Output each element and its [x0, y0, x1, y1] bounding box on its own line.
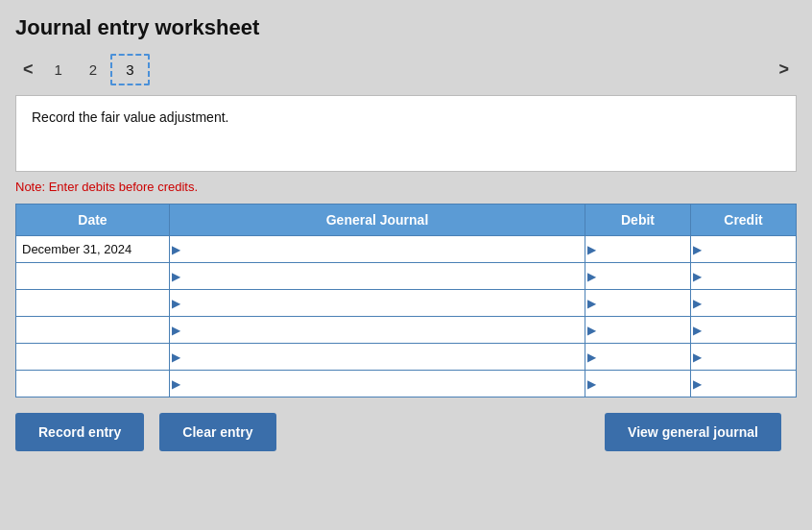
- cell-debit-2[interactable]: ▶: [585, 290, 691, 317]
- journal-table: Date General Journal Debit Credit Decemb…: [15, 204, 797, 398]
- input-credit-5[interactable]: [704, 371, 796, 397]
- cell-date-0: December 31, 2024: [16, 236, 170, 263]
- input-debit-3[interactable]: [598, 317, 690, 343]
- table-row: December 31, 2024▶▶▶: [16, 236, 797, 263]
- cell-date-5: [16, 371, 170, 398]
- cell-date-3: [16, 317, 170, 344]
- cell-journal-0[interactable]: ▶: [170, 236, 585, 263]
- table-row: ▶▶▶: [16, 371, 797, 398]
- cell-date-4: [16, 344, 170, 371]
- input-debit-4[interactable]: [598, 344, 690, 370]
- input-credit-2[interactable]: [704, 290, 796, 316]
- input-credit-0[interactable]: [704, 236, 796, 262]
- table-row: ▶▶▶: [16, 290, 797, 317]
- input-debit-0[interactable]: [598, 236, 690, 262]
- input-journal-1[interactable]: [182, 263, 585, 289]
- instruction-box: Record the fair value adjustment.: [15, 95, 797, 172]
- table-row: ▶▶▶: [16, 344, 797, 371]
- input-debit-5[interactable]: [598, 371, 690, 397]
- cell-debit-0[interactable]: ▶: [585, 236, 691, 263]
- input-journal-0[interactable]: [182, 236, 585, 262]
- cell-credit-1[interactable]: ▶: [691, 263, 797, 290]
- tab-3[interactable]: 3: [110, 54, 149, 85]
- cell-date-1: [16, 263, 170, 290]
- next-arrow[interactable]: >: [771, 56, 797, 84]
- prev-arrow[interactable]: <: [15, 56, 41, 84]
- cell-date-2: [16, 290, 170, 317]
- cell-credit-0[interactable]: ▶: [691, 236, 797, 263]
- header-credit: Credit: [691, 205, 797, 236]
- cell-debit-4[interactable]: ▶: [585, 344, 691, 371]
- instruction-text: Record the fair value adjustment.: [32, 109, 228, 125]
- input-credit-1[interactable]: [704, 263, 796, 289]
- input-debit-2[interactable]: [598, 290, 690, 316]
- input-journal-5[interactable]: [182, 371, 585, 397]
- input-journal-4[interactable]: [182, 344, 585, 370]
- input-debit-1[interactable]: [598, 263, 690, 289]
- cell-debit-1[interactable]: ▶: [585, 263, 691, 290]
- table-row: ▶▶▶: [16, 263, 797, 290]
- input-journal-3[interactable]: [182, 317, 585, 343]
- cell-credit-5[interactable]: ▶: [691, 371, 797, 398]
- input-credit-3[interactable]: [704, 317, 796, 343]
- cell-journal-2[interactable]: ▶: [170, 290, 585, 317]
- clear-entry-button[interactable]: Clear entry: [159, 413, 275, 451]
- cell-debit-5[interactable]: ▶: [585, 371, 691, 398]
- tab-1[interactable]: 1: [41, 56, 76, 84]
- note-text: Note: Enter debits before credits.: [15, 180, 797, 194]
- header-date: Date: [16, 205, 170, 236]
- cell-credit-4[interactable]: ▶: [691, 344, 797, 371]
- cell-journal-5[interactable]: ▶: [170, 371, 585, 398]
- page-title: Journal entry worksheet: [15, 15, 797, 40]
- cell-credit-2[interactable]: ▶: [691, 290, 797, 317]
- cell-debit-3[interactable]: ▶: [585, 317, 691, 344]
- cell-journal-1[interactable]: ▶: [170, 263, 585, 290]
- cell-journal-3[interactable]: ▶: [170, 317, 585, 344]
- input-journal-2[interactable]: [182, 290, 585, 316]
- record-entry-button[interactable]: Record entry: [15, 413, 144, 451]
- table-row: ▶▶▶: [16, 317, 797, 344]
- header-journal: General Journal: [170, 205, 585, 236]
- header-debit: Debit: [585, 205, 691, 236]
- tab-2[interactable]: 2: [76, 56, 110, 84]
- input-credit-4[interactable]: [704, 344, 796, 370]
- cell-credit-3[interactable]: ▶: [691, 317, 797, 344]
- cell-journal-4[interactable]: ▶: [170, 344, 585, 371]
- view-general-journal-button[interactable]: View general journal: [605, 413, 781, 451]
